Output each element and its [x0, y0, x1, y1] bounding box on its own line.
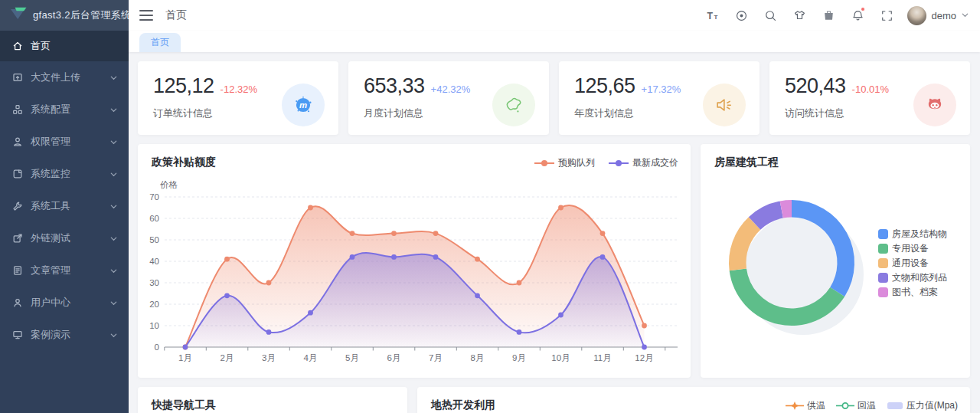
legend-swatch — [878, 229, 888, 239]
app-title: gfast3.2后台管理系统 — [33, 8, 131, 22]
sidebar-item-label: 案例演示 — [31, 328, 109, 342]
svg-text:10月: 10月 — [551, 353, 570, 362]
stat-card-row: 125,12 -12.32% 订单统计信息 m 653,33 +42.32% 月… — [138, 61, 971, 135]
sidebar-item-label: 大文件上传 — [31, 70, 109, 84]
quick-nav-card: 快捷导航工具 — [138, 387, 407, 413]
legend-label: 专用设备 — [892, 242, 929, 255]
stat-delta: +17.32% — [642, 84, 681, 95]
chevron-down-icon — [109, 331, 118, 339]
sidebar-item-2[interactable]: 系统配置 — [0, 93, 129, 126]
legend-label: 文物和陈列品 — [892, 271, 947, 284]
stat-label: 访问统计信息 — [785, 107, 913, 120]
sidebar-item-9[interactable]: 案例演示 — [0, 319, 129, 351]
tabbar: 首页 — [129, 31, 980, 52]
legend-item[interactable]: 通用设备 — [878, 256, 947, 270]
svg-text:3月: 3月 — [262, 353, 276, 362]
sidebar-item-4[interactable]: 系统监控 — [0, 158, 129, 190]
octocat-icon — [913, 84, 956, 126]
geothermal-legend: 供温 回温 压力值(Mpa) — [786, 387, 970, 412]
stat-card-3[interactable]: 520,43 -10.01% 访问统计信息 — [769, 61, 970, 135]
legend-item[interactable]: 图书、档案 — [878, 285, 947, 300]
geothermal-title: 地热开发利用 — [417, 387, 509, 412]
chevron-down-icon — [109, 234, 118, 243]
sidebar-item-8[interactable]: 用户中心 — [0, 287, 129, 319]
stat-card-1[interactable]: 653,33 +42.32% 月度计划信息 — [348, 61, 549, 135]
user-menu[interactable]: demo — [907, 6, 969, 25]
svg-text:11月: 11月 — [593, 353, 611, 362]
sidebar-item-label: 权限管理 — [31, 135, 109, 149]
stat-value: 125,12 — [153, 74, 214, 98]
bottom-row: 快捷导航工具 地热开发利用 供温 回温 — [138, 387, 971, 413]
search-icon[interactable] — [760, 5, 780, 25]
svg-text:50: 50 — [149, 235, 159, 244]
avatar — [907, 6, 926, 25]
stat-card-2[interactable]: 125,65 +17.32% 年度计划信息 — [559, 61, 760, 135]
legend-item[interactable]: 回温 — [836, 399, 876, 412]
sidebar-item-label: 外链测试 — [31, 231, 109, 245]
legend-label: 房屋及结构物 — [892, 228, 947, 241]
stat-label: 年度计划信息 — [574, 107, 703, 120]
sidebar-item-5[interactable]: 系统工具 — [0, 190, 129, 222]
legend-item[interactable]: 专用设备 — [878, 241, 947, 256]
logo-row[interactable]: gfast3.2后台管理系统 — [0, 0, 129, 31]
stat-card-0[interactable]: 125,12 -12.32% 订单统计信息 m — [138, 61, 338, 135]
legend-item[interactable]: 文物和陈列品 — [878, 270, 947, 285]
geothermal-card: 地热开发利用 供温 回温 — [417, 387, 970, 413]
hamburger-menu-icon[interactable] — [139, 10, 153, 21]
monitor-icon — [12, 169, 23, 179]
sidebar-item-1[interactable]: 大文件上传 — [0, 61, 129, 93]
svg-text:6月: 6月 — [387, 353, 401, 362]
sidebar-item-label: 系统配置 — [31, 103, 109, 116]
legend-label: 图书、档案 — [892, 286, 938, 299]
svg-text:m: m — [299, 100, 307, 109]
svg-text:40: 40 — [149, 257, 159, 266]
china-map-icon — [492, 84, 535, 126]
svg-text:10: 10 — [149, 321, 159, 330]
chevron-down-icon — [109, 170, 118, 179]
svg-text:4月: 4月 — [304, 353, 318, 362]
font-size-icon[interactable]: TT — [702, 5, 722, 25]
chevron-down-icon — [109, 74, 118, 82]
topbar: 首页 TTdemo — [129, 0, 980, 31]
stat-value: 520,43 — [785, 74, 846, 98]
sidebar-item-6[interactable]: 外链测试 — [0, 222, 129, 254]
legend-item[interactable]: 房屋及结构物 — [878, 227, 947, 241]
svg-text:70: 70 — [149, 192, 159, 202]
sidebar-item-home[interactable]: 首页 — [0, 31, 129, 61]
svg-text:7月: 7月 — [429, 353, 443, 362]
sidebar-item-label: 首页 — [31, 39, 118, 53]
notification-badge — [861, 7, 865, 11]
home-icon — [12, 41, 23, 51]
svg-text:20: 20 — [149, 300, 159, 309]
speaker-icon — [703, 84, 746, 126]
record-icon[interactable] — [731, 5, 751, 25]
demo-icon — [12, 329, 23, 340]
svg-text:9月: 9月 — [512, 353, 526, 362]
sidebar-item-3[interactable]: 权限管理 — [0, 126, 129, 158]
stat-value: 125,65 — [574, 74, 635, 98]
bell-icon[interactable] — [848, 5, 867, 25]
link-icon — [12, 233, 23, 244]
sidebar-item-7[interactable]: 文章管理 — [0, 254, 129, 287]
legend-swatch — [878, 287, 888, 297]
breadcrumb[interactable]: 首页 — [165, 8, 187, 22]
stat-delta: -12.32% — [220, 84, 257, 95]
user-center-icon — [12, 297, 23, 308]
area-line-chart[interactable]: 价格0102030405060701月2月3月4月5月6月7月8月9月10月11… — [138, 164, 691, 372]
svg-text:2月: 2月 — [220, 353, 234, 362]
svg-text:5月: 5月 — [345, 353, 359, 362]
stat-label: 月度计划信息 — [364, 107, 492, 120]
stat-value: 653,33 — [364, 74, 425, 98]
legend-item[interactable]: 供温 — [786, 399, 825, 412]
chevron-down-icon — [961, 8, 969, 22]
sidebar-item-label: 用户中心 — [31, 296, 109, 310]
trash-icon[interactable] — [818, 5, 838, 25]
legend-item[interactable]: 压力值(Mpa) — [887, 399, 958, 412]
sidebar-item-label: 系统工具 — [31, 199, 109, 213]
tab-home[interactable]: 首页 — [139, 33, 181, 52]
fullscreen-icon[interactable] — [877, 5, 897, 25]
theme-icon[interactable] — [789, 5, 809, 25]
star-series-marker — [786, 401, 804, 411]
chevron-down-icon — [109, 267, 118, 275]
quick-nav-title: 快捷导航工具 — [138, 387, 407, 412]
